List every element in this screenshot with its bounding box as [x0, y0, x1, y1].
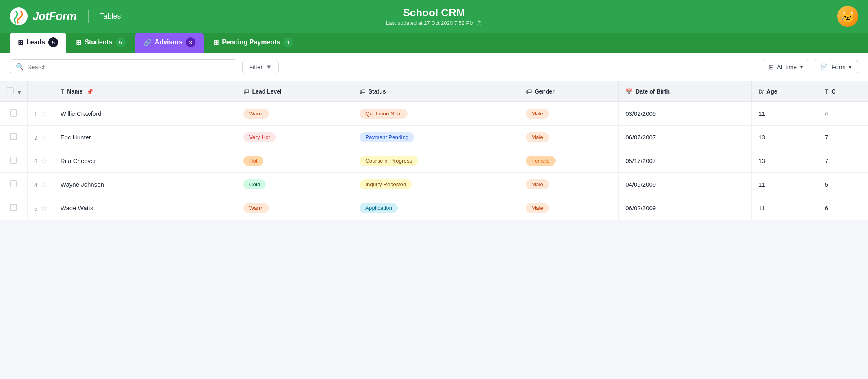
row-lead-level-badge: Hot: [243, 156, 263, 166]
expand-icon[interactable]: ▾: [18, 89, 21, 96]
row-name: Willie Crawford: [61, 110, 102, 117]
filter-button[interactable]: Filter ▼: [242, 60, 279, 74]
app-title: School CRM: [386, 7, 482, 19]
row-checkbox[interactable]: [10, 180, 17, 187]
row-star-icon[interactable]: ☆: [41, 204, 47, 212]
row-star-icon[interactable]: ☆: [41, 157, 47, 165]
row-gender-cell: Male: [519, 173, 618, 196]
row-checkbox-cell[interactable]: [0, 126, 27, 149]
th-rownum: [27, 81, 54, 102]
row-age: 13: [758, 134, 765, 141]
row-extra-cell: 5: [818, 173, 868, 196]
row-extra: 7: [825, 134, 828, 141]
row-name-cell: Willie Crawford: [54, 102, 237, 126]
toolbar-right: ⊞ All time ▾ 📄 Form ▾: [762, 60, 858, 74]
row-dob-cell: 06/07/2007: [619, 126, 752, 149]
th-age[interactable]: fx Age: [752, 81, 818, 102]
row-checkbox-cell[interactable]: [0, 102, 27, 126]
row-name: Wayne Johnson: [61, 181, 104, 188]
row-status-badge: Application: [360, 203, 398, 213]
app-header: JotForm Tables School CRM Last updated a…: [0, 0, 868, 33]
row-dob-cell: 03/02/2009: [619, 102, 752, 126]
row-number: 1: [34, 111, 37, 118]
row-gender-badge: Male: [526, 109, 549, 119]
select-all-checkbox[interactable]: [7, 87, 14, 94]
row-number: 4: [34, 182, 37, 188]
row-age: 13: [758, 157, 765, 164]
row-lead-level-cell: Warm: [237, 102, 353, 126]
alltime-button[interactable]: ⊞ All time ▾: [762, 60, 809, 74]
row-dob: 05/17/2007: [625, 157, 656, 164]
row-age-cell: 13: [752, 126, 818, 149]
row-age-cell: 13: [752, 149, 818, 173]
row-extra-cell: 7: [818, 126, 868, 149]
table-row: 4 ☆ Wayne Johnson Cold Inquiry Received …: [0, 173, 868, 196]
row-gender-badge: Male: [526, 179, 549, 190]
gender-tag-icon: 🏷: [526, 88, 532, 95]
row-number: 2: [34, 135, 37, 141]
header-center: School CRM Last updated at 27 Oct 2020 7…: [386, 7, 482, 26]
row-checkbox-cell[interactable]: [0, 149, 27, 173]
tab-leads-badge: 5: [48, 37, 58, 47]
lead-level-tag-icon: 🏷: [243, 88, 249, 95]
search-input[interactable]: [27, 63, 231, 70]
table-header-row: ▾ T Name 📌 🏷 Lead Level 🏷 Status 🏷: [0, 81, 868, 102]
row-extra-cell: 7: [818, 149, 868, 173]
tab-leads[interactable]: ⊞ Leads 5: [10, 33, 66, 53]
row-number-cell: 4 ☆: [27, 173, 54, 196]
row-checkbox[interactable]: [10, 204, 17, 211]
th-lead-level[interactable]: 🏷 Lead Level: [237, 81, 353, 102]
th-status[interactable]: 🏷 Status: [353, 81, 519, 102]
row-number-cell: 1 ☆: [27, 102, 54, 126]
row-star-icon[interactable]: ☆: [41, 181, 47, 189]
data-table: ▾ T Name 📌 🏷 Lead Level 🏷 Status 🏷: [0, 81, 868, 220]
alltime-chevron-icon: ▾: [800, 64, 803, 70]
row-checkbox[interactable]: [10, 133, 17, 140]
th-dob[interactable]: 📅 Date of Birth: [619, 81, 752, 102]
row-lead-level-badge: Cold: [243, 179, 266, 190]
avatar[interactable]: 🐱: [837, 6, 858, 27]
th-extra[interactable]: T C: [818, 81, 868, 102]
row-checkbox[interactable]: [10, 157, 17, 164]
row-gender-badge: Male: [526, 132, 549, 142]
leads-table-icon: ⊞: [18, 39, 23, 46]
form-button[interactable]: 📄 Form ▾: [814, 60, 858, 74]
row-checkbox-cell[interactable]: [0, 196, 27, 220]
tab-advisors-label: Advisors: [155, 39, 182, 46]
row-star-icon[interactable]: ☆: [41, 110, 47, 118]
row-dob: 06/02/2009: [625, 205, 656, 211]
th-checkbox[interactable]: ▾: [0, 81, 27, 102]
search-field[interactable]: 🔍: [10, 59, 237, 74]
row-star-icon[interactable]: ☆: [41, 133, 47, 142]
row-age: 11: [758, 205, 765, 211]
tab-pending-payments-label: Pending Payments: [222, 39, 280, 46]
row-status-badge: Quotation Sent: [360, 109, 408, 119]
row-gender-badge: Male: [526, 203, 549, 213]
row-number: 5: [34, 205, 37, 212]
row-lead-level-badge: Warm: [243, 109, 269, 119]
filter-label: Filter: [249, 63, 263, 70]
row-name: Rita Cheever: [61, 157, 96, 164]
row-lead-level-badge: Warm: [243, 203, 269, 213]
last-updated: Last updated at 27 Oct 2020 7:52 PM ⏱: [386, 20, 482, 26]
row-status-badge: Inquiry Received: [360, 179, 412, 190]
row-age-cell: 11: [752, 196, 818, 220]
th-gender[interactable]: 🏷 Gender: [519, 81, 618, 102]
tabs-bar: ⊞ Leads 5 ⊞ Students 5 🔗 Advisors 3 ⊞ Pe…: [0, 33, 868, 53]
th-name[interactable]: T Name 📌: [54, 81, 237, 102]
tab-pending-payments[interactable]: ⊞ Pending Payments 1: [205, 33, 301, 53]
tab-advisors[interactable]: 🔗 Advisors 3: [135, 33, 204, 53]
row-lead-level-cell: Cold: [237, 173, 353, 196]
row-checkbox[interactable]: [10, 109, 17, 117]
row-number-cell: 3 ☆: [27, 149, 54, 173]
clock-icon: ⏱: [476, 20, 482, 26]
pin-icon: 📌: [87, 89, 93, 95]
table-row: 5 ☆ Wade Watts Warm Application Male 06/…: [0, 196, 868, 220]
row-dob-cell: 05/17/2007: [619, 149, 752, 173]
row-gender-cell: Male: [519, 102, 618, 126]
students-table-icon: ⊞: [76, 39, 81, 46]
row-dob-cell: 04/09/2009: [619, 173, 752, 196]
row-status-badge: Payment Pending: [360, 132, 414, 142]
tab-students[interactable]: ⊞ Students 5: [68, 33, 133, 53]
row-checkbox-cell[interactable]: [0, 173, 27, 196]
